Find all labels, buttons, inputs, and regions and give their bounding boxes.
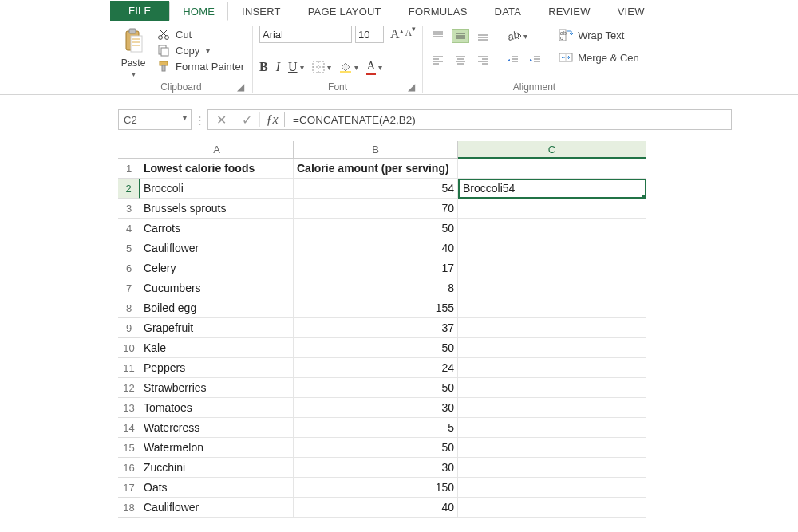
cell[interactable]: Cauliflower — [140, 498, 294, 518]
cell[interactable]: Calorie amount (per serving) — [294, 159, 458, 179]
align-right-button[interactable] — [474, 53, 492, 67]
cell[interactable] — [458, 219, 646, 238]
fill-color-button[interactable]: ▾ — [339, 61, 358, 73]
cell[interactable] — [458, 458, 646, 478]
cell[interactable] — [458, 418, 646, 438]
orientation-button[interactable]: ab▾ — [504, 29, 528, 43]
decrease-indent-button[interactable] — [504, 53, 522, 67]
cell[interactable]: Grapefruit — [140, 318, 294, 338]
cell[interactable]: 50 — [294, 378, 458, 398]
tab-review[interactable]: REVIEW — [535, 2, 603, 21]
decrease-font-size-button[interactable]: A▾ — [405, 27, 417, 41]
row-header[interactable]: 7 — [118, 278, 140, 298]
col-header-A[interactable]: A — [140, 141, 294, 159]
cell[interactable] — [458, 318, 646, 338]
row-header[interactable]: 17 — [118, 478, 140, 498]
cell[interactable]: 5 — [294, 418, 458, 438]
cell[interactable]: 30 — [294, 398, 458, 418]
font-name-select[interactable] — [259, 26, 352, 43]
cell[interactable]: 37 — [294, 318, 458, 338]
row-header[interactable]: 18 — [118, 498, 140, 518]
row-header[interactable]: 10 — [118, 338, 140, 358]
cell[interactable]: 24 — [294, 358, 458, 378]
cell[interactable]: Brussels sprouts — [140, 199, 294, 219]
increase-indent-button[interactable] — [527, 53, 544, 67]
cell[interactable]: 50 — [294, 219, 458, 238]
row-header[interactable]: 2 — [118, 179, 140, 199]
name-box[interactable]: C2 ▼ — [118, 109, 192, 130]
row-header[interactable]: 4 — [118, 219, 140, 238]
underline-button[interactable]: U▾ — [288, 60, 304, 74]
cell[interactable]: 54 — [294, 179, 458, 199]
cell[interactable]: Cucumbers — [140, 278, 294, 298]
dialog-launcher-icon[interactable]: ◢ — [406, 81, 416, 91]
cell[interactable] — [458, 478, 646, 498]
cell[interactable]: Strawberries — [140, 378, 294, 398]
cell[interactable] — [458, 238, 646, 258]
cell[interactable]: 150 — [294, 478, 458, 498]
cell[interactable]: 40 — [294, 238, 458, 258]
cell[interactable]: Boiled egg — [140, 298, 294, 318]
cell[interactable] — [458, 338, 646, 358]
merge-center-button[interactable]: Merge & Cen — [559, 51, 639, 64]
cell[interactable] — [458, 278, 646, 298]
align-bottom-button[interactable] — [474, 29, 492, 43]
bold-button[interactable]: B — [259, 60, 268, 74]
formula-input[interactable]: =CONCATENATE(A2,B2) — [285, 109, 732, 130]
tab-home[interactable]: HOME — [169, 2, 228, 21]
cell[interactable]: Carrots — [140, 219, 294, 238]
cell[interactable] — [458, 159, 646, 179]
cell[interactable] — [458, 298, 646, 318]
cell[interactable]: Celery — [140, 258, 294, 278]
cell[interactable]: 155 — [294, 298, 458, 318]
row-header[interactable]: 15 — [118, 438, 140, 458]
row-header[interactable]: 11 — [118, 358, 140, 378]
cell[interactable] — [458, 438, 646, 458]
cell[interactable]: Kale — [140, 338, 294, 358]
insert-function-button[interactable]: ƒx — [259, 112, 285, 127]
row-header[interactable]: 14 — [118, 418, 140, 438]
row-header[interactable]: 16 — [118, 458, 140, 478]
cell[interactable]: Broccoli — [140, 179, 294, 199]
row-header[interactable]: 1 — [118, 159, 140, 179]
cell[interactable]: 8 — [294, 278, 458, 298]
format-painter-button[interactable]: Format Painter — [155, 59, 246, 73]
cell[interactable] — [458, 378, 646, 398]
increase-font-size-button[interactable]: A▴ — [390, 27, 404, 41]
copy-button[interactable]: Copy ▾ — [155, 43, 246, 57]
cell[interactable]: Cauliflower — [140, 238, 294, 258]
row-header[interactable]: 13 — [118, 398, 140, 418]
cell[interactable]: Peppers — [140, 358, 294, 378]
cell[interactable]: Lowest calorie foods — [140, 159, 294, 179]
row-header[interactable]: 6 — [118, 258, 140, 278]
cell[interactable]: Oats — [140, 478, 294, 498]
align-center-button[interactable] — [452, 53, 469, 67]
cell[interactable]: Tomatoes — [140, 398, 294, 418]
cell[interactable] — [458, 258, 646, 278]
row-header[interactable]: 8 — [118, 298, 140, 318]
select-all-corner[interactable] — [118, 141, 140, 159]
tab-view[interactable]: VIEW — [604, 2, 658, 21]
tab-file[interactable]: FILE — [110, 1, 169, 21]
font-color-button[interactable]: A ▾ — [366, 59, 383, 75]
row-header[interactable]: 5 — [118, 238, 140, 258]
cell[interactable]: 50 — [294, 338, 458, 358]
cell[interactable]: Watercress — [140, 418, 294, 438]
cell[interactable]: 70 — [294, 199, 458, 219]
wrap-text-button[interactable]: abc Wrap Text — [559, 29, 639, 41]
row-header[interactable]: 12 — [118, 378, 140, 398]
align-left-button[interactable] — [429, 53, 447, 67]
borders-button[interactable]: ▾ — [312, 61, 331, 73]
cell[interactable]: 17 — [294, 258, 458, 278]
align-top-button[interactable] — [429, 29, 447, 43]
paste-button[interactable]: Paste ▾ — [117, 26, 150, 78]
row-header[interactable]: 3 — [118, 199, 140, 219]
active-cell[interactable]: Broccoli54 — [458, 179, 646, 199]
align-middle-button[interactable] — [452, 29, 469, 43]
cut-button[interactable]: Cut — [155, 27, 246, 41]
cell[interactable] — [458, 358, 646, 378]
row-header[interactable]: 9 — [118, 318, 140, 338]
cancel-formula-button[interactable]: ✕ — [208, 112, 234, 128]
cell[interactable]: 30 — [294, 458, 458, 478]
dialog-launcher-icon[interactable]: ◢ — [236, 81, 246, 91]
